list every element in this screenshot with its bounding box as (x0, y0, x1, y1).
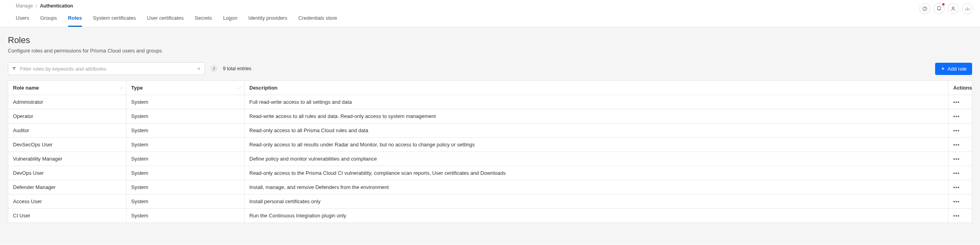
tab-groups[interactable]: Groups (40, 11, 57, 27)
table-row[interactable]: Access UserSystemInstall personal certif… (8, 195, 972, 209)
table-row[interactable]: Vulnerability ManagerSystemDefine policy… (8, 152, 972, 166)
role-name-cell: Defender Manager (8, 180, 126, 195)
column-header-description-label: Description (249, 85, 278, 91)
role-description-cell: Install, manage, and remove Defenders fr… (245, 180, 948, 195)
svg-point-2 (952, 7, 954, 9)
notifications-icon[interactable] (934, 3, 945, 14)
row-actions-menu-icon[interactable]: ••• (953, 113, 960, 119)
table-header-row: Role name ↓↑ Type ↓↑ Description Actions (8, 81, 972, 95)
row-actions-cell: ••• (948, 209, 972, 223)
user-icon[interactable] (948, 3, 959, 14)
role-type-cell: System (126, 95, 245, 109)
row-actions-cell: ••• (948, 195, 972, 209)
breadcrumb: Manage / Authentication (7, 2, 337, 11)
role-name-cell: Operator (8, 109, 126, 123)
row-actions-menu-icon[interactable]: ••• (953, 184, 960, 190)
role-description-cell: Read-only access to the Prisma Cloud CI … (245, 166, 948, 180)
role-type-cell: System (126, 166, 245, 180)
filter-info-icon[interactable]: ? (210, 65, 217, 72)
table-row[interactable]: AuditorSystemRead-only access to all Pri… (8, 123, 972, 138)
topbar: Manage / Authentication UsersGroupsRoles… (0, 0, 980, 27)
row-actions-cell: ••• (948, 166, 972, 180)
role-type-cell: System (126, 152, 245, 166)
row-actions-menu-icon[interactable]: ••• (953, 213, 960, 219)
role-type-cell: System (126, 138, 245, 152)
tab-system-certificates[interactable]: System certificates (93, 11, 136, 27)
tab-bar: UsersGroupsRolesSystem certificatesUser … (7, 11, 337, 27)
column-header-type-label: Type (131, 85, 143, 91)
clear-filter-icon[interactable]: × (197, 65, 201, 72)
tab-credentials-store[interactable]: Credentials store (299, 11, 337, 27)
toolbar: × ? 9 total entries Add role (8, 62, 972, 75)
breadcrumb-current: Authentication (40, 3, 73, 9)
role-description-cell: Install personal certificates only (245, 195, 948, 209)
tab-identity-providers[interactable]: Identity providers (249, 11, 288, 27)
row-actions-cell: ••• (948, 180, 972, 195)
toolbar-left: × ? 9 total entries (8, 62, 251, 75)
role-description-cell: Full read-write access to all settings a… (245, 95, 948, 109)
notification-dot-icon (942, 3, 945, 6)
role-name-cell: Vulnerability Manager (8, 152, 126, 166)
role-name-cell: CI User (8, 209, 126, 223)
table-row[interactable]: DevOps UserSystemRead-only access to the… (8, 166, 972, 180)
row-actions-menu-icon[interactable]: ••• (953, 127, 960, 133)
row-actions-menu-icon[interactable]: ••• (953, 170, 960, 176)
role-name-cell: DevOps User (8, 166, 126, 180)
row-actions-menu-icon[interactable]: ••• (953, 99, 960, 105)
page-title: Roles (8, 35, 972, 45)
column-header-name-label: Role name (13, 85, 39, 91)
table-row[interactable]: DevSecOps UserSystemRead-only access to … (8, 138, 972, 152)
column-header-description[interactable]: Description (245, 81, 948, 95)
row-actions-menu-icon[interactable]: ••• (953, 198, 960, 204)
column-header-actions-label: Actions (953, 85, 972, 91)
row-actions-menu-icon[interactable]: ••• (953, 142, 960, 148)
filter-icon (11, 66, 17, 71)
breadcrumb-separator-icon: / (34, 3, 39, 9)
table-row[interactable]: OperatorSystemRead-write access to all r… (8, 109, 972, 123)
help-icon[interactable] (919, 3, 930, 14)
row-actions-cell: ••• (948, 109, 972, 123)
tab-roles[interactable]: Roles (68, 11, 82, 27)
tab-user-certificates[interactable]: User certificates (147, 11, 184, 27)
role-type-cell: System (126, 209, 245, 223)
role-type-cell: System (126, 195, 245, 209)
table-row[interactable]: Defender ManagerSystemInstall, manage, a… (8, 180, 972, 195)
table-row[interactable]: CI UserSystemRun the Continuous Integrat… (8, 209, 972, 223)
row-actions-cell: ••• (948, 123, 972, 138)
roles-table: Role name ↓↑ Type ↓↑ Description Actions… (8, 80, 972, 223)
row-actions-cell: ••• (948, 95, 972, 109)
tab-secrets[interactable]: Secrets (195, 11, 212, 27)
column-header-actions: Actions (948, 81, 972, 95)
analytics-icon[interactable] (962, 3, 973, 14)
breadcrumb-root[interactable]: Manage (16, 3, 33, 9)
role-name-cell: DevSecOps User (8, 138, 126, 152)
role-name-cell: Administrator (8, 95, 126, 109)
role-type-cell: System (126, 180, 245, 195)
filter-box[interactable]: × (8, 62, 205, 75)
svg-point-1 (925, 9, 925, 10)
plus-icon (941, 66, 945, 71)
row-actions-cell: ••• (948, 152, 972, 166)
add-role-button-label: Add role (948, 66, 967, 72)
role-description-cell: Read-write access to all rules and data.… (245, 109, 948, 123)
row-actions-menu-icon[interactable]: ••• (953, 156, 960, 162)
role-description-cell: Read-only access to all results under Ra… (245, 138, 948, 152)
column-header-name[interactable]: Role name ↓↑ (8, 81, 126, 95)
topbar-icon-group (919, 2, 973, 14)
sort-icon[interactable]: ↓↑ (238, 86, 241, 90)
tab-users[interactable]: Users (16, 11, 29, 27)
role-type-cell: System (126, 123, 245, 138)
role-description-cell: Read-only access to all Prisma Cloud rul… (245, 123, 948, 138)
add-role-button[interactable]: Add role (935, 63, 972, 75)
sort-icon[interactable]: ↓↑ (119, 86, 123, 90)
entries-count: 9 total entries (223, 66, 251, 71)
column-header-type[interactable]: Type ↓↑ (126, 81, 245, 95)
role-name-cell: Auditor (8, 123, 126, 138)
role-description-cell: Run the Continuous Integration plugin on… (245, 209, 948, 223)
tab-logon[interactable]: Logon (223, 11, 237, 27)
topbar-left: Manage / Authentication UsersGroupsRoles… (7, 2, 337, 27)
row-actions-cell: ••• (948, 138, 972, 152)
role-type-cell: System (126, 109, 245, 123)
filter-input[interactable] (17, 66, 197, 72)
table-row[interactable]: AdministratorSystemFull read-write acces… (8, 95, 972, 109)
